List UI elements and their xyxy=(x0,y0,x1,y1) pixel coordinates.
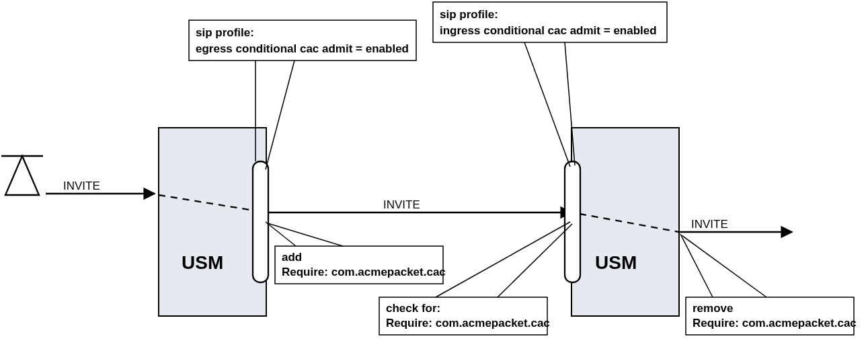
callout-remove-l2: Require: com.acmepacket.cac xyxy=(693,317,857,329)
usm-label-2: USM xyxy=(595,252,637,273)
usm-label-1: USM xyxy=(182,252,223,273)
usm-box-2 xyxy=(571,128,679,316)
callout-ingress-l2: ingress conditional cac admit = enabled xyxy=(440,24,657,37)
egress-lead-2 xyxy=(266,61,294,169)
add-lead-1 xyxy=(266,222,296,246)
ingress-lead-1 xyxy=(524,42,570,167)
invite-label-2: INVITE xyxy=(383,198,420,211)
callout-check-l2: Require: com.acmepacket.cac xyxy=(386,317,550,329)
ingress-port xyxy=(565,161,580,282)
callout-remove-l1: remove xyxy=(693,302,733,315)
invite-label-3: INVITE xyxy=(691,218,728,231)
callout-egress-l1: sip profile: xyxy=(196,26,254,39)
callout-check-l1: check for: xyxy=(386,302,440,315)
remove-lead-2 xyxy=(682,235,766,297)
diagram: USM USM INVITE INVITE INVITE sip profile… xyxy=(0,0,868,351)
callout-add-l2: Require: com.acmepacket.cac xyxy=(282,266,446,278)
check-lead-2 xyxy=(498,224,572,297)
callout-ingress-l1: sip profile: xyxy=(440,8,498,21)
usm-box-1 xyxy=(159,128,266,316)
source-symbol xyxy=(1,156,43,195)
remove-lead-1 xyxy=(680,234,713,297)
callout-add-l1: add xyxy=(282,251,302,264)
invite-label-1: INVITE xyxy=(63,180,100,192)
ingress-lead-2 xyxy=(565,42,575,165)
add-lead-2 xyxy=(268,223,343,246)
check-lead-1 xyxy=(436,222,570,297)
callout-egress-l2: egress conditional cac admit = enabled xyxy=(196,42,409,55)
